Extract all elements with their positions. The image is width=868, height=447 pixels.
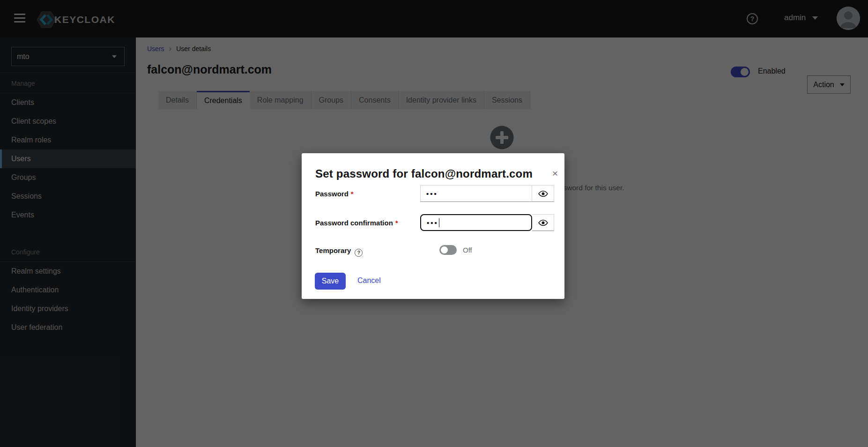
save-button[interactable]: Save	[315, 273, 346, 290]
temporary-label: Temporary?	[315, 246, 363, 257]
password-confirmation-label: Password confirmation*	[315, 219, 398, 227]
password-input[interactable]: •••	[420, 185, 532, 202]
temporary-state-label: Off	[463, 246, 472, 254]
close-icon[interactable]: ×	[549, 167, 561, 179]
set-password-modal: Set password for falcon@nordmart.com × P…	[302, 153, 564, 299]
password-confirmation-input[interactable]: •••	[420, 214, 532, 231]
required-asterisk: *	[351, 190, 353, 198]
temporary-label-text: Temporary	[315, 246, 351, 254]
eye-icon	[538, 219, 548, 226]
cancel-button[interactable]: Cancel	[357, 276, 381, 285]
password-confirmation-label-text: Password confirmation	[315, 219, 393, 227]
password-value: •••	[426, 190, 438, 198]
required-asterisk: *	[395, 219, 398, 227]
modal-title: Set password for falcon@nordmart.com	[315, 167, 533, 180]
text-cursor	[439, 218, 439, 227]
password-confirmation-value: •••	[427, 219, 438, 227]
keycloak-admin-console: KEYCLOAK ? admin mto Manage Clients Clie…	[0, 0, 868, 447]
temporary-toggle[interactable]	[439, 245, 457, 255]
password-label: Password*	[315, 190, 353, 198]
help-icon[interactable]: ?	[355, 249, 363, 257]
password-label-text: Password	[315, 190, 349, 198]
show-password-confirmation-button[interactable]	[532, 214, 554, 231]
show-password-button[interactable]	[532, 185, 554, 202]
eye-icon	[538, 190, 548, 197]
